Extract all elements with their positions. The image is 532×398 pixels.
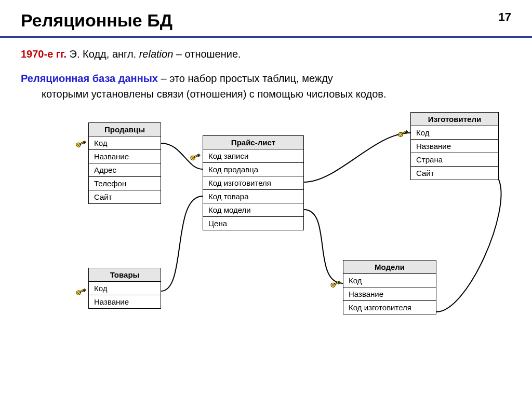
table-row: Название bbox=[89, 295, 161, 308]
table-row: Название bbox=[89, 150, 161, 163]
table-row: Код записи bbox=[203, 149, 303, 163]
table-row: Код bbox=[89, 136, 161, 150]
header: Реляционные БД 17 bbox=[0, 0, 532, 38]
table-row: Код продавца bbox=[203, 163, 303, 176]
table-row: Сайт bbox=[89, 190, 161, 203]
intro-line: 1970-е гг. Э. Кодд, англ. relation – отн… bbox=[21, 48, 511, 60]
table-row: Название bbox=[343, 287, 436, 301]
svg-rect-19 bbox=[85, 290, 86, 291]
table-goods: Товары Код Название bbox=[88, 268, 161, 309]
table-row: Код изготовителя bbox=[203, 176, 303, 190]
table-header: Продавцы bbox=[89, 123, 161, 136]
table-makers: Изготовители Код Название Страна Сайт bbox=[410, 112, 499, 180]
svg-rect-4 bbox=[85, 142, 86, 143]
def-body-rest: которыми установлены связи (отношения) с… bbox=[21, 86, 511, 102]
intro-rest1: Э. Кодд, англ. bbox=[66, 48, 139, 60]
content: 1970-е гг. Э. Кодд, англ. relation – отн… bbox=[0, 38, 532, 107]
svg-rect-24 bbox=[339, 282, 341, 283]
table-row: Код bbox=[343, 274, 436, 287]
table-row: Сайт bbox=[411, 167, 498, 180]
key-icon bbox=[329, 278, 341, 290]
svg-rect-14 bbox=[407, 131, 408, 133]
table-header: Прайс-лист bbox=[203, 136, 303, 149]
table-header: Изготовители bbox=[411, 113, 498, 126]
er-diagram: Продавцы Код Название Адрес Телефон Сайт… bbox=[0, 107, 532, 351]
def-term: Реляционная база данных bbox=[21, 73, 158, 84]
table-row: Цена bbox=[203, 217, 303, 230]
table-row: Код bbox=[89, 282, 161, 295]
table-row: Код bbox=[411, 126, 498, 140]
table-row: Страна bbox=[411, 153, 498, 167]
table-row: Код модели bbox=[203, 203, 303, 217]
table-header: Товары bbox=[89, 268, 161, 282]
intro-rest2: – отношение. bbox=[173, 48, 241, 60]
definition: Реляционная база данных – это набор прос… bbox=[21, 71, 511, 102]
page-title: Реляционные БД bbox=[21, 10, 172, 31]
table-row: Телефон bbox=[89, 177, 161, 190]
table-row: Код товара bbox=[203, 190, 303, 203]
svg-rect-9 bbox=[199, 155, 201, 156]
def-dash: – bbox=[158, 73, 169, 84]
intro-italic: relation bbox=[139, 48, 174, 60]
key-icon bbox=[397, 128, 408, 139]
table-row: Адрес bbox=[89, 163, 161, 177]
def-body-first: это набор простых таблиц, между bbox=[169, 73, 333, 84]
table-pricelist: Прайс-лист Код записи Код продавца Код и… bbox=[203, 135, 304, 230]
table-sellers: Продавцы Код Название Адрес Телефон Сайт bbox=[88, 122, 161, 204]
table-row: Название bbox=[411, 140, 498, 153]
table-header: Модели bbox=[343, 260, 436, 274]
table-row: Код изготовителя bbox=[343, 301, 436, 314]
page-number: 17 bbox=[499, 10, 511, 24]
key-icon bbox=[75, 286, 86, 297]
key-icon bbox=[75, 138, 86, 149]
table-models: Модели Код Название Код изготовителя bbox=[343, 260, 436, 314]
intro-years: 1970-е гг. bbox=[21, 48, 66, 60]
key-icon bbox=[189, 151, 201, 162]
